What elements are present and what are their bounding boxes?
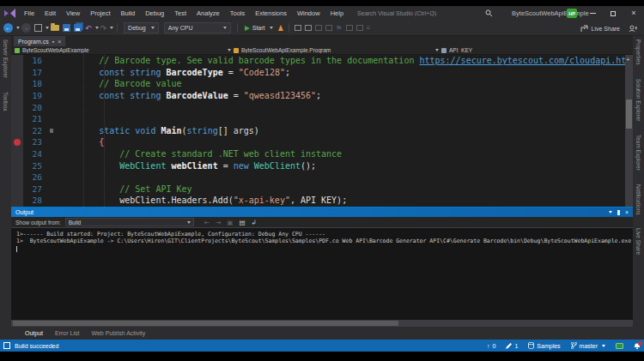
menu-file[interactable]: File (19, 6, 39, 21)
feedback-button[interactable] (629, 25, 637, 33)
word-wrap-icon[interactable]: ↲ (252, 219, 257, 226)
step-over-button[interactable] (295, 22, 301, 34)
menu-help[interactable]: Help (325, 6, 349, 21)
menu-view[interactable]: View (61, 6, 85, 21)
breakpoint-margin[interactable] (11, 148, 23, 160)
scrollbar-thumb[interactable] (13, 321, 398, 326)
pending-changes-button[interactable]: 1 (506, 343, 518, 349)
breakpoint-margin[interactable] (11, 55, 23, 67)
redo-button[interactable]: ↷ (100, 22, 107, 34)
comment-button[interactable] (325, 22, 332, 34)
breakpoint-margin[interactable] (11, 171, 23, 184)
sync-status-badge[interactable] (616, 343, 623, 349)
project-dropdown[interactable]: ByteScoutWebApiExample (11, 47, 226, 53)
search-icon (485, 9, 493, 17)
rail-tab-server-explorer[interactable]: Server Explorer (3, 39, 9, 78)
solution-platform-dropdown[interactable]: Any CPU (164, 22, 231, 33)
menu-window[interactable]: Window (292, 6, 325, 21)
rail-tab-toolbox[interactable]: Toolbox (3, 92, 9, 111)
panel-tab-error-list[interactable]: Error List (55, 330, 79, 336)
menu-edit[interactable]: Edit (39, 6, 61, 21)
panel-tab-output[interactable]: Output (25, 330, 43, 336)
back-dropdown-caret-icon[interactable] (16, 27, 20, 29)
rail-tab-notifications[interactable]: Notifications (635, 184, 641, 214)
breakpoint-margin[interactable] (11, 113, 23, 125)
breakpoint-margin[interactable] (11, 195, 23, 207)
save-button[interactable] (63, 22, 70, 34)
tab-pin-icon[interactable]: ▪ (52, 39, 54, 45)
live-share-button[interactable]: Live Share (580, 25, 620, 33)
breakpoint-margin[interactable] (11, 184, 23, 196)
menu-project[interactable]: Project (85, 6, 115, 21)
pin-icon[interactable] (617, 210, 620, 215)
type-dropdown[interactable]: ByteScoutWebApiExample.Program (226, 47, 434, 53)
panel-tab-web-publish-activity[interactable]: Web Publish Activity (91, 330, 145, 336)
indent-guide (83, 55, 84, 207)
code-editor[interactable]: 16 // Barcode type. See valid barcode ty… (11, 55, 633, 207)
toolbar-extra-button[interactable] (356, 22, 363, 34)
output-controls: Show output from: Build ⇤ ⇥ ▣ ▤ ↲ (11, 217, 633, 228)
solution-configuration-dropdown[interactable]: Debug (124, 22, 159, 33)
member-dropdown[interactable]: API_KEY (434, 47, 633, 53)
output-source-dropdown[interactable]: Build (65, 218, 194, 226)
rail-tab-properties[interactable]: Properties (635, 39, 641, 65)
toolbar-overflow-button[interactable]: ≡ (367, 22, 371, 34)
step-into-button[interactable] (305, 22, 312, 34)
toolbar-extra-button[interactable] (346, 22, 353, 34)
user-avatar-badge[interactable]: HP (567, 9, 577, 18)
window-position-caret-icon[interactable] (609, 211, 612, 214)
notifications-button[interactable] (634, 342, 641, 350)
panel-close-icon[interactable]: × (625, 209, 629, 215)
menu-test[interactable]: Test (169, 6, 191, 21)
rail-tab-live-share[interactable]: Live Share (635, 228, 641, 255)
menu-analyze[interactable]: Analyze (191, 6, 225, 21)
save-all-button[interactable] (74, 22, 82, 34)
hot-reload-button[interactable] (278, 22, 283, 34)
clear-all-icon[interactable]: ▤ (239, 219, 245, 226)
breakpoint-margin[interactable] (11, 125, 23, 137)
open-folder-button[interactable] (51, 22, 59, 34)
next-message-icon[interactable]: ⇥ (216, 219, 221, 226)
breakpoint-margin[interactable] (11, 78, 23, 90)
menu-build[interactable]: Build (116, 6, 141, 21)
navigate-forward-button[interactable]: → (21, 22, 31, 34)
flame-icon (278, 25, 283, 31)
breakpoint-margin[interactable] (11, 67, 23, 79)
new-project-button[interactable] (34, 22, 42, 34)
output-log[interactable]: 1>------ Build started: Project: ByteSco… (11, 228, 633, 320)
minimize-button[interactable] (587, 9, 598, 19)
close-button[interactable]: × (629, 9, 639, 19)
tab-close-icon[interactable]: × (58, 39, 61, 45)
search-box[interactable]: Search Visual Studio (Ctrl+Q) (357, 9, 493, 19)
code-text: const string BarcodeValue = "qweasd12345… (58, 91, 633, 100)
undo-dropdown-caret-icon[interactable] (95, 27, 99, 29)
menu-extensions[interactable]: Extensions (250, 6, 292, 21)
breakpoint-margin[interactable] (11, 136, 23, 148)
redo-dropdown-caret-icon[interactable] (110, 27, 113, 29)
rail-tab-solution-explorer[interactable]: Solution Explorer (635, 79, 641, 122)
rail-tab-team-explorer[interactable]: Team Explorer (635, 135, 641, 171)
bookmark-button[interactable]: ⚑ (336, 22, 343, 34)
repository-button[interactable]: Samples (528, 342, 560, 349)
breakpoint-icon[interactable] (14, 139, 21, 146)
output-horizontal-scrollbar[interactable] (11, 320, 633, 327)
menu-debug[interactable]: Debug (140, 6, 169, 21)
find-in-files-button[interactable] (315, 22, 322, 34)
stop-icon[interactable]: ▣ (227, 219, 233, 226)
scrollbar-thumb[interactable] (626, 99, 632, 129)
find-message-icon[interactable]: ⇤ (204, 219, 210, 226)
breakpoint-margin[interactable] (11, 90, 23, 102)
start-debugging-button[interactable]: Start (245, 25, 273, 31)
branch-button[interactable]: master (571, 342, 605, 349)
editor-vertical-scrollbar[interactable]: + (625, 55, 633, 207)
tab-program-cs[interactable]: Program.cs ▪ × (14, 36, 65, 46)
breakpoint-margin[interactable] (11, 159, 23, 171)
undo-button[interactable]: ↶ (85, 22, 92, 34)
navigate-back-button[interactable]: ← (3, 22, 13, 34)
maximize-button[interactable] (608, 9, 618, 19)
outgoing-commits-button[interactable]: ↑0 (487, 343, 495, 349)
breakpoint-margin[interactable] (11, 101, 23, 113)
menu-tools[interactable]: Tools (225, 6, 251, 21)
new-dropdown-caret-icon[interactable] (46, 27, 49, 29)
output-panel-header[interactable]: Output × (11, 208, 633, 217)
